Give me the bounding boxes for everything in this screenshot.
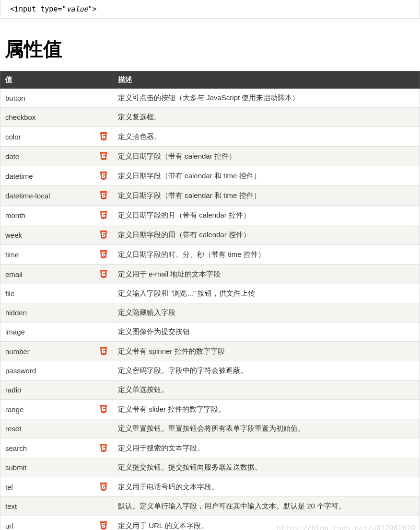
table-cell-desc: 定义日期字段的时、分、秒（带有 time 控件） — [113, 245, 420, 265]
html5-icon — [99, 346, 108, 356]
section-title: 属性值 — [5, 36, 420, 62]
table-row: search定义用于搜索的文本字段。 — [0, 438, 420, 458]
table-cell-desc: 定义单选按钮。 — [113, 380, 420, 400]
html5-icon — [99, 269, 108, 279]
value-label[interactable]: number — [5, 347, 99, 356]
table-row: submit定义提交按钮。提交按钮向服务器发送数据。 — [0, 458, 420, 477]
table-row: datetime定义日期字段（带有 calendar 和 time 控件） — [0, 166, 420, 186]
value-label[interactable]: image — [5, 328, 108, 336]
html5-icon — [99, 230, 108, 240]
html5-icon — [99, 482, 108, 492]
table-cell-desc: 定义用于 e-mail 地址的文本字段 — [113, 265, 420, 284]
value-label[interactable]: datetime-local — [5, 192, 99, 200]
table-cell-desc: 定义隐藏输入字段 — [113, 303, 420, 323]
table-row: image定义图像作为提交按钮 — [0, 323, 420, 342]
table-cell-value: number — [0, 342, 113, 361]
table-row: week定义日期字段的周（带有 calendar 控件） — [0, 225, 420, 245]
table-cell-desc: 默认。定义单行输入字段，用户可在其中输入文本。默认是 20 个字符。 — [113, 497, 420, 516]
table-cell-value: search — [0, 438, 113, 458]
table-cell-value: hidden — [0, 303, 113, 323]
value-label[interactable]: search — [5, 444, 99, 452]
table-cell-desc: 定义复选框。 — [113, 108, 420, 127]
table-row: time定义日期字段的时、分、秒（带有 time 控件） — [0, 245, 420, 265]
html5-icon — [99, 191, 108, 200]
table-cell-value: reset — [0, 419, 113, 438]
value-label[interactable]: color — [5, 133, 99, 141]
table-cell-value: button — [0, 89, 113, 108]
value-label[interactable]: text — [5, 502, 108, 510]
table-cell-desc: 定义密码字段。字段中的字符会被遮蔽。 — [113, 361, 420, 380]
table-cell-desc: 定义日期字段的月（带有 calendar 控件） — [113, 206, 420, 225]
table-cell-value: url — [0, 516, 113, 530]
table-row: button定义可点击的按钮（大多与 JavaScript 使用来启动脚本） — [0, 89, 420, 108]
table-cell-value: image — [0, 323, 113, 342]
table-row: url定义用于 URL 的文本字段。 — [0, 516, 420, 530]
table-cell-value: color — [0, 127, 113, 147]
code-example: <input type="value"> — [0, 0, 420, 19]
code-suffix: "> — [88, 5, 97, 13]
table-row: range定义带有 slider 控件的数字字段。 — [0, 400, 420, 419]
value-label[interactable]: time — [5, 251, 99, 259]
table-cell-value: range — [0, 400, 113, 419]
value-label[interactable]: tel — [5, 483, 99, 491]
table-cell-value: month — [0, 206, 113, 225]
table-cell-value: email — [0, 265, 113, 284]
attribute-table: 值 描述 button定义可点击的按钮（大多与 JavaScript 使用来启动… — [0, 71, 420, 530]
table-row: email定义用于 e-mail 地址的文本字段 — [0, 265, 420, 284]
table-cell-value: date — [0, 147, 113, 166]
table-cell-value: radio — [0, 380, 113, 400]
table-cell-desc: 定义带有 spinner 控件的数字字段 — [113, 342, 420, 361]
table-cell-desc: 定义拾色器。 — [113, 127, 420, 147]
table-header-value: 值 — [0, 71, 113, 89]
table-cell-value: checkbox — [0, 108, 113, 127]
table-row: radio定义单选按钮。 — [0, 380, 420, 400]
html5-icon — [99, 171, 108, 181]
table-cell-desc: 定义输入字段和 "浏览..." 按钮，供文件上传 — [113, 284, 420, 303]
table-cell-desc: 定义日期字段（带有 calendar 控件） — [113, 147, 420, 166]
table-row: datetime-local定义日期字段（带有 calendar 和 time … — [0, 186, 420, 206]
value-label[interactable]: email — [5, 270, 99, 278]
table-cell-value: file — [0, 284, 113, 303]
html5-icon — [99, 132, 108, 141]
table-cell-value: password — [0, 361, 113, 380]
table-cell-desc: 定义图像作为提交按钮 — [113, 323, 420, 342]
html5-icon — [99, 250, 108, 259]
table-row: text默认。定义单行输入字段，用户可在其中输入文本。默认是 20 个字符。 — [0, 497, 420, 516]
html5-icon — [99, 151, 108, 161]
value-label[interactable]: week — [5, 231, 99, 239]
table-row: date定义日期字段（带有 calendar 控件） — [0, 147, 420, 166]
value-label[interactable]: radio — [5, 386, 108, 394]
table-row: tel定义用于电话号码的文本字段。 — [0, 477, 420, 497]
value-label[interactable]: month — [5, 211, 99, 219]
value-label[interactable]: file — [5, 289, 108, 298]
table-row: color定义拾色器。 — [0, 127, 420, 147]
value-label[interactable]: button — [5, 94, 108, 102]
value-label[interactable]: hidden — [5, 309, 108, 317]
table-cell-desc: 定义可点击的按钮（大多与 JavaScript 使用来启动脚本） — [113, 89, 420, 108]
table-row: password定义密码字段。字段中的字符会被遮蔽。 — [0, 361, 420, 380]
code-value: value — [66, 5, 88, 13]
table-cell-value: time — [0, 245, 113, 265]
code-prefix: <input type=" — [10, 5, 66, 13]
table-cell-desc: 定义带有 slider 控件的数字字段。 — [113, 400, 420, 419]
value-label[interactable]: url — [5, 522, 99, 530]
table-cell-desc: 定义提交按钮。提交按钮向服务器发送数据。 — [113, 458, 420, 477]
value-label[interactable]: range — [5, 405, 99, 414]
table-cell-value: week — [0, 225, 113, 245]
value-label[interactable]: checkbox — [5, 113, 108, 121]
table-cell-desc: 定义日期字段（带有 calendar 和 time 控件） — [113, 186, 420, 206]
table-cell-desc: 定义用于电话号码的文本字段。 — [113, 477, 420, 497]
table-row: hidden定义隐藏输入字段 — [0, 303, 420, 323]
table-header-desc: 描述 — [113, 71, 420, 89]
html5-icon — [99, 521, 108, 530]
value-label[interactable]: reset — [5, 425, 108, 433]
table-row: reset定义重置按钮。重置按钮会将所有表单字段重置为初始值。 — [0, 419, 420, 438]
table-cell-desc: 定义用于搜索的文本字段。 — [113, 438, 420, 458]
table-cell-value: datetime-local — [0, 186, 113, 206]
html5-icon — [99, 404, 108, 414]
value-label[interactable]: date — [5, 152, 99, 161]
value-label[interactable]: datetime — [5, 172, 99, 180]
value-label[interactable]: password — [5, 367, 108, 375]
html5-icon — [99, 210, 108, 220]
value-label[interactable]: submit — [5, 463, 108, 472]
